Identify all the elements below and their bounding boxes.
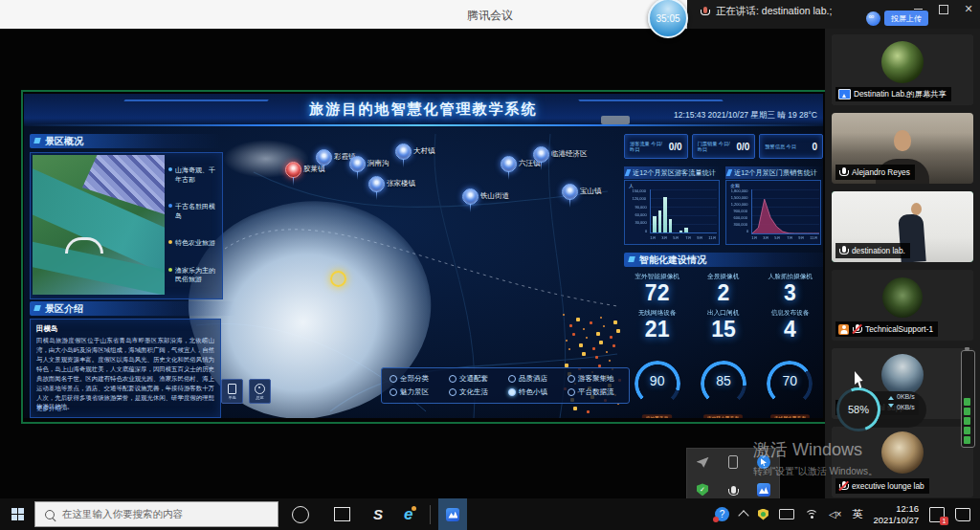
maximize-button[interactable] bbox=[938, 3, 949, 14]
map-pin-label: 张家楼镇 bbox=[387, 179, 415, 188]
coverage-gauges: 90监控覆盖率85森林防火覆盖率70无线网络覆盖率 bbox=[624, 361, 823, 418]
microphone-tray-icon[interactable] bbox=[731, 486, 736, 494]
task-view-icon[interactable] bbox=[334, 507, 350, 521]
participant-tile[interactable]: Alejandro Reyes bbox=[832, 113, 973, 184]
radio-icon bbox=[390, 375, 397, 383]
upload-widget[interactable]: 投屏上传 bbox=[866, 11, 928, 26]
ytick: 900,000 bbox=[734, 210, 747, 213]
building-dot bbox=[596, 332, 600, 336]
filter-option-平台数据流[interactable]: 平台数据流 bbox=[568, 387, 621, 397]
map-pin-铁山街道[interactable]: 铁山街道 bbox=[462, 188, 479, 205]
map-filter-bar: 全部分类交通配套品质酒店游客聚集地魅力景区文化生活特色小镇平台数据流 bbox=[381, 367, 630, 404]
map-pin-涧南沟[interactable]: 涧南沟 bbox=[349, 156, 366, 172]
hidden-icons-chevron[interactable] bbox=[738, 510, 748, 520]
network-status-widget[interactable]: 58% 0KB/s 0KB/s bbox=[836, 386, 928, 432]
taskbar-clock[interactable]: 12:16 2021/10/27 bbox=[873, 503, 919, 526]
map-pin-彩霞镇[interactable]: 彩霞镇 bbox=[316, 149, 332, 166]
internet-explorer-icon[interactable]: e bbox=[404, 505, 412, 524]
paper-plane-icon[interactable] bbox=[697, 457, 709, 468]
building-dot bbox=[606, 351, 608, 353]
counter-value: 21 bbox=[624, 318, 690, 341]
antivirus-shield-icon[interactable]: ✓ bbox=[697, 483, 708, 496]
wifi-icon[interactable] bbox=[805, 510, 818, 519]
filter-label: 全部分类 bbox=[400, 374, 429, 384]
map-pin-胶莱镇[interactable]: 胶莱镇 bbox=[285, 162, 301, 178]
participant-tile[interactable]: TechnicalSupport-1 bbox=[832, 270, 973, 341]
ime-indicator[interactable]: 英 bbox=[852, 507, 862, 521]
battery-segment bbox=[964, 398, 970, 406]
participant-tile[interactable]: destination lab. bbox=[832, 191, 973, 262]
bullet-icon bbox=[168, 204, 172, 208]
filter-option-特色小镇[interactable]: 特色小镇 bbox=[508, 387, 562, 397]
building-dot bbox=[566, 340, 568, 342]
keyboard-icon[interactable] bbox=[779, 509, 794, 519]
battery-segment bbox=[964, 417, 970, 425]
meeting-taskbar-button[interactable] bbox=[438, 498, 467, 530]
ticket-chart-unit: 金额 bbox=[730, 183, 740, 188]
building-dot bbox=[582, 352, 586, 356]
start-button[interactable] bbox=[0, 498, 34, 530]
cortana-icon[interactable] bbox=[292, 506, 309, 523]
filter-option-交通配套[interactable]: 交通配套 bbox=[449, 374, 502, 384]
visitor-chart-unit: 人 bbox=[629, 183, 634, 188]
notification-icon[interactable]: 1 bbox=[929, 507, 945, 522]
muted-speaker-icon[interactable]: ◁× bbox=[829, 509, 842, 519]
xtick: 9月 bbox=[798, 235, 804, 240]
device-icon bbox=[228, 384, 236, 394]
xtick: 3月 bbox=[662, 235, 668, 240]
selected-location-marker[interactable] bbox=[330, 271, 346, 287]
single-select-button[interactable]: 单选 bbox=[221, 379, 243, 404]
map-pin-label: 临港经济区 bbox=[551, 149, 588, 159]
cursor-app-icon[interactable] bbox=[757, 455, 770, 469]
kpi-box: 预警信息 今日0 bbox=[759, 134, 823, 159]
search-placeholder: 在这里输入你要搜索的内容 bbox=[62, 508, 183, 521]
map-pin-六汪镇[interactable]: 六汪镇 bbox=[501, 156, 517, 172]
action-center-icon[interactable] bbox=[955, 508, 970, 521]
filter-option-品质酒店[interactable]: 品质酒店 bbox=[508, 374, 562, 384]
gauge-label: 无线网络覆盖率 bbox=[770, 414, 810, 418]
building-dot bbox=[569, 324, 572, 327]
target-icon bbox=[255, 384, 265, 394]
counter-label: 出入口闸机 bbox=[692, 308, 755, 318]
counter-信息发布设备: 信息发布设备4 bbox=[757, 308, 823, 341]
meeting-app-icon[interactable] bbox=[757, 483, 770, 497]
taskbar-separator bbox=[430, 505, 431, 524]
meeting-logo-icon bbox=[446, 508, 459, 521]
ytick: 30,000 bbox=[635, 221, 646, 225]
map-pin-宝山镇[interactable]: 宝山镇 bbox=[562, 184, 578, 200]
taskbar-search[interactable]: 在这里输入你要搜索的内容 bbox=[34, 501, 278, 527]
help-tray-icon[interactable]: ? bbox=[715, 507, 729, 521]
cpu-ring: 58% bbox=[836, 387, 880, 431]
person-badge-icon bbox=[838, 324, 849, 335]
phone-icon[interactable] bbox=[728, 455, 738, 469]
header-chip[interactable] bbox=[601, 116, 630, 124]
map-pin-大村镇[interactable]: 大村镇 bbox=[395, 144, 412, 160]
map-pin-张家楼镇[interactable]: 张家楼镇 bbox=[368, 176, 385, 192]
filter-option-游客聚集地[interactable]: 游客聚集地 bbox=[568, 374, 621, 384]
speaking-mic-icon bbox=[700, 6, 710, 17]
security-shield-icon[interactable] bbox=[758, 509, 768, 520]
filter-option-魅力景区[interactable]: 魅力景区 bbox=[390, 387, 443, 397]
s-app-icon[interactable]: S bbox=[373, 506, 383, 522]
building-dot bbox=[579, 343, 583, 347]
participant-tile[interactable]: Destinatin Lab.的屏幕共享 bbox=[832, 34, 973, 105]
building-dot bbox=[599, 341, 603, 344]
radio-icon bbox=[508, 375, 516, 383]
xtick: 7月 bbox=[787, 235, 792, 240]
filter-option-全部分类[interactable]: 全部分类 bbox=[390, 374, 443, 384]
upload-button[interactable]: 投屏上传 bbox=[884, 11, 928, 26]
counter-label: 全景摄像机 bbox=[692, 272, 755, 281]
shared-screen-area: 胶莱镇彩霞镇涧南沟大村镇张家楼镇铁山街道六汪镇临港经济区宝山镇 单选 总览 全部… bbox=[0, 29, 825, 498]
map-pin-临港经济区[interactable]: 临港经济区 bbox=[533, 146, 549, 163]
more-intro-link[interactable]: 更多介绍… bbox=[36, 405, 68, 413]
close-button[interactable]: ✕ bbox=[963, 3, 974, 14]
upload-arrow-icon bbox=[888, 393, 894, 400]
counter-label: 信息发布设备 bbox=[758, 308, 821, 318]
dashboard-map[interactable]: 胶莱镇彩霞镇涧南沟大村镇张家楼镇铁山街道六汪镇临港经济区宝山镇 单选 总览 全部… bbox=[196, 134, 624, 418]
participant-name: Destinatin Lab.的屏幕共享 bbox=[854, 89, 947, 99]
meeting-timer-ball[interactable]: 35:05 bbox=[648, 0, 688, 38]
building-dot bbox=[583, 328, 585, 330]
overview-button[interactable]: 总览 bbox=[249, 379, 271, 404]
filter-option-文化生活[interactable]: 文化生活 bbox=[449, 387, 502, 397]
participant-tile[interactable]: executive lounge lab bbox=[832, 427, 973, 497]
